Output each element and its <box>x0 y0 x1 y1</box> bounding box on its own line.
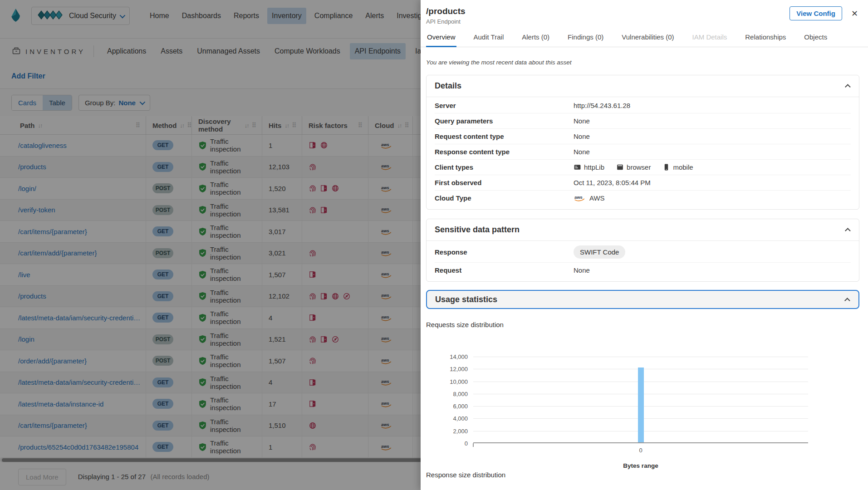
chevron-up-icon[interactable] <box>845 228 851 234</box>
y-axis-tick-label: 6,000 <box>426 403 468 410</box>
detail-label: Request <box>435 266 574 274</box>
detail-value: awsAWS <box>574 194 851 202</box>
chart-plot-area <box>473 357 808 443</box>
details-card-title: Details <box>435 81 461 91</box>
drawer-tab-vulnerabilities-0[interactable]: Vulnerabilities (0) <box>621 29 675 47</box>
drawer-title: /products <box>426 6 466 16</box>
response-chart-title: Response size distribution <box>426 471 859 479</box>
x-axis-label: Bytes range <box>623 462 658 469</box>
drawer-actions: View Config ✕ <box>790 6 860 20</box>
detail-row-server: Serverhttp://54.243.61.28 <box>435 98 851 113</box>
sensitive-card-body: ResponseSWIFT CodeRequestNone <box>427 241 859 281</box>
chevron-up-icon[interactable] <box>844 298 850 304</box>
client-type-label: browser <box>627 163 651 171</box>
usage-statistics-header[interactable]: Usage statistics <box>426 290 859 309</box>
drawer-tab-findings-0[interactable]: Findings (0) <box>567 29 604 47</box>
detail-value: httpLibbrowsermobile <box>574 163 851 171</box>
detail-value: None <box>574 117 851 125</box>
y-axis-tick-label: 0 <box>426 440 468 447</box>
browser-icon <box>616 163 624 171</box>
requests-chart-title: Requests size distribution <box>426 321 859 328</box>
detail-row-cloud-type: Cloud TypeawsAWS <box>435 191 851 206</box>
y-axis-tick-label: 2,000 <box>426 428 468 435</box>
y-axis-tick-label: 8,000 <box>426 391 468 397</box>
svg-text:aws: aws <box>574 195 583 200</box>
chevron-up-icon[interactable] <box>845 84 851 90</box>
gridline <box>473 357 808 357</box>
sensitive-card-title: Sensitive data pattern <box>435 225 520 235</box>
detail-label: Server <box>435 102 574 109</box>
client-type-browser: browser <box>616 163 651 171</box>
detail-value: Oct 11, 2023, 8:05:44 PM <box>574 179 851 186</box>
detail-label: Response <box>435 248 574 256</box>
detail-row-response-content-type: Response content typeNone <box>435 144 851 160</box>
drawer-tab-overview[interactable]: Overview <box>426 29 456 47</box>
detail-row-response: ResponseSWIFT Code <box>435 242 851 263</box>
client-type-mobile: mobile <box>662 163 693 171</box>
detail-row-first-observed: First observedOct 11, 2023, 8:05:44 PM <box>435 175 851 191</box>
close-icon[interactable]: ✕ <box>849 7 860 20</box>
mobile-icon <box>662 163 670 171</box>
client-type-label: mobile <box>673 163 693 171</box>
detail-label: First observed <box>435 179 574 186</box>
aws-icon: aws <box>574 194 586 202</box>
x-axis-tick-label: 0 <box>639 447 642 454</box>
detail-label: Request content type <box>435 132 574 140</box>
detail-row-query-parameters: Query parametersNone <box>435 113 851 129</box>
bar-0 <box>638 368 644 442</box>
detail-label: Response content type <box>435 148 574 156</box>
sensitive-data-badge: SWIFT Code <box>574 245 625 259</box>
usage-statistics-title: Usage statistics <box>435 295 497 304</box>
details-card-header[interactable]: Details <box>427 75 859 97</box>
client-type-httplib: httpLib <box>574 163 604 171</box>
drawer-subtitle: API Endpoint <box>426 18 466 25</box>
drawer-tab-iam-details: IAM Details <box>691 29 728 47</box>
y-axis-tick-label: 14,000 <box>426 353 468 360</box>
detail-label: Client types <box>435 163 574 171</box>
detail-label: Cloud Type <box>435 194 574 202</box>
drawer-tab-audit-trail[interactable]: Audit Trail <box>473 29 505 47</box>
y-axis-tick-label: 12,000 <box>426 366 468 372</box>
drawer-tab-relationships[interactable]: Relationships <box>744 29 787 47</box>
view-config-button[interactable]: View Config <box>790 6 842 20</box>
sensitive-data-card: Sensitive data pattern ResponseSWIFT Cod… <box>426 219 859 282</box>
recent-data-notice: You are viewing the most recent data abo… <box>426 59 859 66</box>
axis-tick <box>473 443 474 447</box>
detail-value: None <box>574 266 851 274</box>
requests-size-chart: 14,00012,00010,0008,0006,0004,0002,00000… <box>426 333 859 469</box>
drawer-tab-objects[interactable]: Objects <box>803 29 828 47</box>
details-card: Details Serverhttp://54.243.61.28Query p… <box>426 75 859 210</box>
y-axis-tick-label: 4,000 <box>426 415 468 422</box>
drawer-header: /products API Endpoint View Config ✕ <box>421 0 868 25</box>
detail-value: SWIFT Code <box>574 245 851 259</box>
modal-dim-overlay[interactable] <box>0 0 421 490</box>
cloud-type-label: AWS <box>589 194 605 202</box>
details-card-body: Serverhttp://54.243.61.28Query parameter… <box>427 97 859 209</box>
detail-value: http://54.243.61.28 <box>574 102 851 109</box>
drawer-tab-alerts-0[interactable]: Alerts (0) <box>521 29 550 47</box>
drawer-content: You are viewing the most recent data abo… <box>421 59 868 479</box>
drawer-tabs: OverviewAudit TrailAlerts (0)Findings (0… <box>421 29 868 47</box>
asset-detail-drawer: /products API Endpoint View Config ✕ Ove… <box>421 0 868 490</box>
y-axis-tick-label: 10,000 <box>426 378 468 385</box>
sensitive-card-header[interactable]: Sensitive data pattern <box>427 219 859 241</box>
detail-value: None <box>574 148 851 156</box>
client-type-label: httpLib <box>584 163 604 171</box>
detail-label: Query parameters <box>435 117 574 125</box>
detail-row-request-content-type: Request content typeNone <box>435 129 851 144</box>
httplib-icon <box>574 163 581 171</box>
detail-row-request: RequestNone <box>435 263 851 278</box>
detail-value: None <box>574 132 851 140</box>
detail-row-client-types: Client typeshttpLibbrowsermobile <box>435 160 851 175</box>
